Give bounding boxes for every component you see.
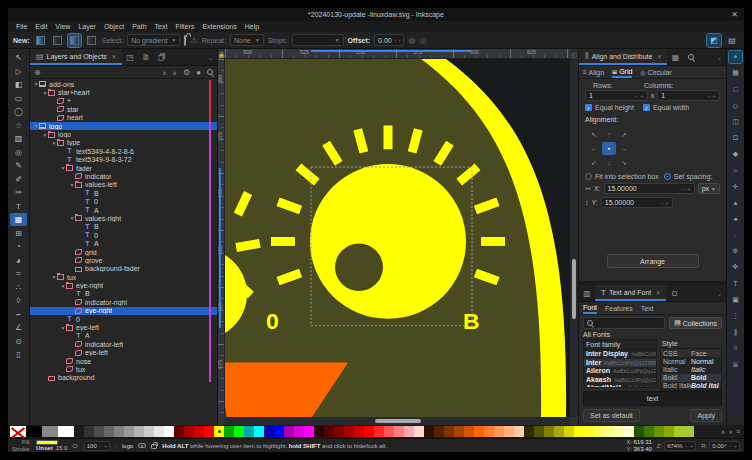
snap-cusp-node-icon[interactable]: ▴ xyxy=(729,197,742,209)
tab-layers-and-objects[interactable]: ▤ Layers and Objects× xyxy=(30,49,122,65)
color-swatch[interactable] xyxy=(454,426,464,437)
menu-filters[interactable]: Filters xyxy=(171,23,198,30)
color-swatch[interactable] xyxy=(624,426,634,437)
font-family-inter[interactable]: InterAaBbCcIiPpQq123869€¢?. xyxy=(584,359,656,368)
color-swatch[interactable] xyxy=(414,426,424,437)
horizontal-ruler[interactable]: 500525550575600625 xyxy=(225,49,570,59)
knob-tick[interactable] xyxy=(481,237,505,246)
color-swatch[interactable] xyxy=(264,426,274,437)
font-style-bold-italic[interactable]: Bold ItalicBold Italic xyxy=(661,382,721,390)
color-swatch[interactable] xyxy=(664,426,674,437)
color-swatch[interactable] xyxy=(634,426,644,437)
color-swatch[interactable] xyxy=(94,426,104,437)
tree-item-text5349-9-8-3-72[interactable]: Ttext5349-9-8-3-72 xyxy=(30,156,217,164)
snap-bbox-center-icon[interactable]: ⊡ xyxy=(729,132,742,144)
equal-height-checkbox[interactable]: ✓ xyxy=(585,104,592,111)
snap-midpoint-icon[interactable]: · xyxy=(729,229,742,241)
color-swatch[interactable] xyxy=(444,426,454,437)
tree-item-logo[interactable]: ▼logo xyxy=(30,122,217,130)
color-swatch[interactable] xyxy=(614,426,624,437)
snap-page-border-icon[interactable]: ▣ xyxy=(729,294,742,306)
font-search-input[interactable] xyxy=(583,317,665,329)
menu-extensions[interactable]: Extensions xyxy=(198,23,240,30)
tree-item-0[interactable]: T0 xyxy=(30,315,217,323)
font-tab-font[interactable]: Font xyxy=(583,302,597,314)
palette-scroll-up-icon[interactable]: ∧ xyxy=(721,428,725,435)
tree-item-values-right[interactable]: ▼values-right xyxy=(30,214,217,222)
color-swatch[interactable] xyxy=(124,426,134,437)
color-swatch[interactable] xyxy=(644,426,654,437)
color-swatch[interactable] xyxy=(134,426,144,437)
align-anchor-6[interactable]: ↙ xyxy=(587,156,601,169)
tree-item-star+heart[interactable]: ▼star+heart xyxy=(30,88,217,96)
color-swatch[interactable] xyxy=(504,426,514,437)
ruler-lock-icon[interactable]: 🔒 xyxy=(218,49,225,59)
settings-gear-icon[interactable]: ⚙ xyxy=(183,68,190,77)
color-swatch[interactable] xyxy=(474,426,484,437)
snap-bbox-midpoint-icon[interactable]: ◫ xyxy=(729,116,742,128)
selector-tool-icon[interactable]: ↖ xyxy=(10,51,27,64)
swatches-dialog-icon[interactable]: ◳ xyxy=(122,53,138,62)
align-anchor-5[interactable]: → xyxy=(617,142,631,155)
color-swatch[interactable] xyxy=(484,426,494,437)
close-tab-icon[interactable]: × xyxy=(112,53,116,60)
font-style-italic[interactable]: ItalicItalic xyxy=(661,365,721,373)
tree-item-eye-right[interactable]: eye-right xyxy=(30,307,217,315)
tree-item-+[interactable]: + xyxy=(30,97,217,105)
color-swatch[interactable] xyxy=(384,426,394,437)
color-swatch[interactable] xyxy=(274,426,284,437)
vertical-scrollbar[interactable] xyxy=(570,59,578,417)
unit-dropdown[interactable]: px▼ xyxy=(698,183,720,194)
snap-path-icon[interactable]: ≈ xyxy=(729,164,742,176)
connector-tool-icon[interactable]: ⌐ xyxy=(10,308,27,321)
snap-bbox-edge-icon[interactable]: □ xyxy=(729,83,742,95)
font-family-inter-display[interactable]: Inter DisplayAaBbCcIiPpQq1236 xyxy=(584,350,656,359)
font-tab-text[interactable]: Text xyxy=(641,302,654,314)
color-swatch[interactable] xyxy=(404,426,414,437)
tree-item-background[interactable]: background xyxy=(30,374,217,382)
tree-item-eye-left[interactable]: eye-left xyxy=(30,349,217,357)
align-anchor-3[interactable]: ← xyxy=(587,142,601,155)
color-swatch[interactable] xyxy=(334,426,344,437)
close-tab-icon[interactable]: × xyxy=(656,289,660,296)
color-swatch[interactable] xyxy=(194,426,204,437)
color-swatch[interactable] xyxy=(534,426,544,437)
apply-button[interactable]: Apply xyxy=(690,409,722,422)
rectangle-tool-icon[interactable]: ▭ xyxy=(10,92,27,105)
tree-item-fader[interactable]: ▼fader xyxy=(30,164,217,172)
color-swatch[interactable] xyxy=(354,426,364,437)
color-swatch[interactable] xyxy=(204,426,214,437)
search-icon[interactable] xyxy=(207,68,213,77)
spray-tool-icon[interactable]: ∴ xyxy=(10,281,27,294)
snap-intersection-icon[interactable]: ✛ xyxy=(729,181,742,193)
menu-layer[interactable]: Layer xyxy=(74,23,100,30)
no-color-swatch[interactable] xyxy=(10,426,26,437)
layer-visibility-eye-icon[interactable] xyxy=(138,443,146,448)
knob-tick[interactable] xyxy=(271,237,295,246)
tree-item-eye-left[interactable]: ▼eye-left xyxy=(30,323,217,331)
color-swatch[interactable] xyxy=(254,426,264,437)
display-mode-button[interactable]: ▤ xyxy=(725,34,739,47)
color-swatch[interactable] xyxy=(164,426,174,437)
rotation-spinbox[interactable]: 0.00°− + xyxy=(709,441,740,451)
menu-path[interactable]: Path xyxy=(128,23,150,30)
tree-item-eye-right[interactable]: ▼eye-right xyxy=(30,281,217,289)
color-swatch[interactable] xyxy=(344,426,354,437)
opacity-spinbox[interactable]: 100− + xyxy=(84,441,111,451)
tree-item-grove[interactable]: grove xyxy=(30,256,217,264)
knob-tick[interactable] xyxy=(384,125,393,149)
color-swatch[interactable] xyxy=(314,426,324,437)
export-dialog-icon[interactable]: 🗍 xyxy=(154,53,170,62)
box3d-tool-icon[interactable]: ▧ xyxy=(10,132,27,145)
pupil-shape[interactable] xyxy=(335,243,383,291)
color-swatch[interactable] xyxy=(674,426,684,437)
tree-item-tux[interactable]: ▼tux xyxy=(30,273,217,281)
tree-item-star[interactable]: star xyxy=(30,105,217,113)
canvas-drawing[interactable]: 0 B xyxy=(225,59,570,417)
tree-item-tux[interactable]: tux xyxy=(30,365,217,373)
pages-tool-icon[interactable]: ▯ xyxy=(10,348,27,361)
tree-item-0[interactable]: T0 xyxy=(30,231,217,239)
color-swatch[interactable] xyxy=(464,426,474,437)
color-swatch[interactable] xyxy=(514,426,524,437)
insert-stop-icon[interactable]: ◍ xyxy=(408,36,415,45)
